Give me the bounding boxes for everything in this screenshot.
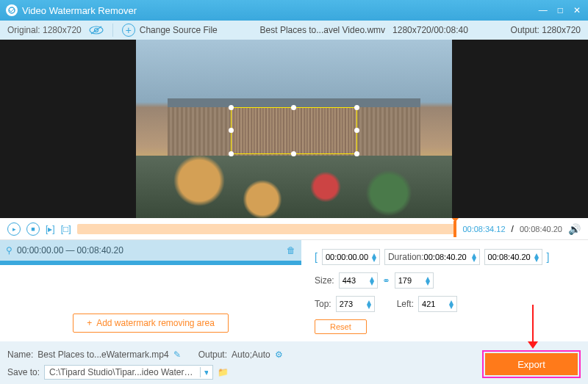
range-end-bracket-icon[interactable]: ] bbox=[547, 251, 550, 263]
stop-button[interactable]: ■ bbox=[26, 222, 40, 236]
play-button[interactable]: ▸ bbox=[7, 222, 21, 236]
resize-handle-bm[interactable] bbox=[291, 151, 296, 156]
info-bar: Original: 1280x720 + Change Source File … bbox=[0, 21, 588, 40]
save-path-field[interactable]: C:\Tipard Studio\Tipar...ideo Watermark … bbox=[44, 365, 213, 380]
path-dropdown-icon[interactable]: ▾ bbox=[200, 367, 208, 377]
properties-pane: [ ▴▾ Duration:▴▾ ▴▾ ] Size: ▴▾ ⚭ ▴▾ Top:… bbox=[301, 240, 588, 341]
segment-row[interactable]: ⚲ 00:00:00.00 — 00:08:40.20 🗑 bbox=[0, 240, 301, 261]
export-button[interactable]: Export bbox=[485, 353, 578, 375]
delete-segment-icon[interactable]: 🗑 bbox=[287, 245, 295, 256]
output-label: Output: bbox=[198, 349, 227, 360]
resize-handle-tm[interactable] bbox=[291, 105, 296, 110]
height-input[interactable]: ▴▾ bbox=[395, 272, 434, 289]
original-resolution: Original: 1280x720 bbox=[7, 25, 82, 35]
mark-out-button[interactable]: [□] bbox=[61, 224, 71, 234]
preview-toggle-icon[interactable] bbox=[89, 26, 104, 35]
plus-icon: + bbox=[122, 23, 135, 37]
width-input[interactable]: ▴▾ bbox=[339, 272, 378, 289]
change-source-button[interactable]: + Change Source File bbox=[122, 23, 218, 37]
output-value: Auto;Auto bbox=[232, 349, 270, 360]
open-folder-icon[interactable]: 📁 bbox=[218, 367, 229, 377]
maximize-button[interactable]: □ bbox=[558, 5, 563, 15]
resize-handle-mr[interactable] bbox=[354, 128, 359, 133]
output-settings-icon[interactable]: ⚙ bbox=[275, 349, 283, 360]
resize-handle-br[interactable] bbox=[354, 151, 359, 156]
segment-end: 00:08:40.20 bbox=[77, 245, 123, 256]
app-logo-icon bbox=[6, 4, 18, 16]
range-end-input[interactable]: ▴▾ bbox=[484, 249, 542, 265]
mark-in-button[interactable]: [▸] bbox=[46, 224, 55, 234]
save-to-label: Save to: bbox=[7, 367, 40, 377]
resize-handle-tl[interactable] bbox=[229, 105, 234, 110]
top-input[interactable]: ▴▾ bbox=[336, 296, 375, 312]
segment-start: 00:00:00.00 bbox=[17, 245, 63, 256]
change-source-label: Change Source File bbox=[140, 25, 218, 35]
current-time: 00:08:34.12 bbox=[462, 225, 505, 233]
playback-bar: ▸ ■ [▸] [□] 00:08:34.12/00:08:40.20 🔊 bbox=[0, 218, 588, 240]
add-watermark-area-button[interactable]: +Add watermark removing area bbox=[73, 314, 229, 333]
plus-icon: + bbox=[87, 318, 92, 328]
range-start-input[interactable]: ▴▾ bbox=[322, 249, 380, 265]
minimize-button[interactable]: — bbox=[539, 5, 548, 15]
title-bar: Video Watermark Remover — □ ✕ bbox=[0, 0, 588, 21]
duration-input[interactable]: Duration:▴▾ bbox=[384, 249, 480, 265]
output-resolution: Output: 1280x720 bbox=[511, 25, 581, 35]
edit-name-icon[interactable]: ✎ bbox=[173, 349, 181, 360]
video-preview[interactable] bbox=[0, 40, 588, 218]
range-start-bracket-icon[interactable]: [ bbox=[315, 251, 318, 263]
resize-handle-bl[interactable] bbox=[229, 151, 234, 156]
size-label: Size: bbox=[315, 275, 334, 286]
segment-icon: ⚲ bbox=[6, 245, 12, 256]
link-aspect-icon[interactable]: ⚭ bbox=[382, 275, 390, 286]
watermark-selection-box[interactable] bbox=[231, 107, 357, 153]
left-input[interactable]: ▴▾ bbox=[418, 296, 457, 312]
resize-handle-ml[interactable] bbox=[229, 128, 234, 133]
video-frame bbox=[136, 40, 452, 218]
svg-line-3 bbox=[91, 26, 101, 34]
current-file-info: Best Places to...avel Video.wmv 1280x720… bbox=[218, 25, 511, 35]
left-label: Left: bbox=[397, 299, 414, 309]
segments-pane: ⚲ 00:00:00.00 — 00:08:40.20 🗑 +Add water… bbox=[0, 240, 301, 341]
timeline-slider[interactable] bbox=[77, 224, 457, 234]
close-button[interactable]: ✕ bbox=[573, 5, 581, 15]
output-name: Best Places to...eWatermark.mp4 bbox=[37, 349, 168, 360]
reset-button[interactable]: Reset bbox=[315, 319, 367, 334]
total-duration: 00:08:40.20 bbox=[520, 225, 562, 233]
volume-icon[interactable]: 🔊 bbox=[568, 223, 581, 235]
top-label: Top: bbox=[315, 299, 331, 309]
app-title: Video Watermark Remover bbox=[22, 5, 539, 16]
name-label: Name: bbox=[7, 349, 33, 360]
